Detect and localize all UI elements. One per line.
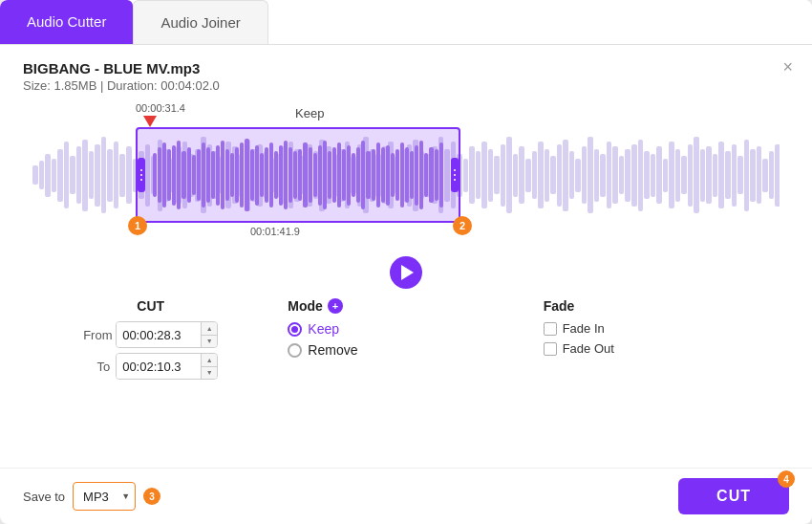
fade-in-row: Fade In bbox=[544, 321, 605, 336]
cut-button[interactable]: CUT bbox=[678, 478, 789, 514]
waveform-bg-bar bbox=[532, 151, 538, 199]
waveform-bg-bar bbox=[600, 154, 606, 197]
fade-title: Fade bbox=[544, 298, 575, 314]
mode-keep-label: Keep bbox=[308, 321, 339, 337]
waveform-sel-bar bbox=[158, 147, 161, 204]
tab-audio-cutter[interactable]: Audio Cutter bbox=[0, 0, 133, 44]
waveform-sel-bar bbox=[395, 149, 399, 202]
waveform-sel-bar bbox=[225, 149, 229, 202]
waveform-sel-bar bbox=[177, 141, 181, 208]
waveform-sel-bar bbox=[352, 153, 355, 197]
waveform-bg-bar bbox=[688, 144, 694, 207]
waveform-bg-bar bbox=[45, 154, 51, 197]
cut-from-up[interactable]: ▲ bbox=[202, 322, 217, 336]
play-btn-wrap bbox=[23, 256, 789, 289]
waveform-sel-bar bbox=[245, 139, 248, 211]
fade-in-checkbox[interactable] bbox=[544, 322, 557, 336]
waveform-bg-bar bbox=[625, 149, 630, 202]
waveform-bg-bar bbox=[95, 144, 100, 207]
mode-remove-radio[interactable] bbox=[288, 343, 302, 358]
bottom-bar: Save to MP3 WAV OGG AAC FLAC ▼ 3 4 CUT bbox=[0, 468, 812, 524]
waveform-sel-bar bbox=[192, 155, 196, 195]
time-marker-arrow bbox=[143, 116, 157, 127]
mode-keep-row[interactable]: Keep bbox=[288, 321, 339, 337]
mode-remove-row[interactable]: Remove bbox=[288, 342, 357, 358]
mode-plus-button[interactable]: + bbox=[328, 298, 343, 314]
cut-to-input-wrap[interactable]: ▲ ▼ bbox=[116, 353, 218, 380]
waveform-bg-bar bbox=[638, 140, 644, 211]
waveform-sel-bar bbox=[391, 153, 395, 197]
handle-dots-left bbox=[140, 169, 142, 181]
cut-from-down[interactable]: ▼ bbox=[202, 336, 217, 348]
format-select[interactable]: MP3 WAV OGG AAC FLAC bbox=[73, 482, 136, 511]
waveform-sel-bar bbox=[410, 151, 414, 199]
waveform-bg-bar bbox=[101, 137, 107, 213]
waveform-bg-bar bbox=[569, 151, 575, 199]
waveform-sel-bar bbox=[435, 149, 438, 202]
waveform-bg-bar bbox=[519, 146, 524, 204]
cut-to-up[interactable]: ▲ bbox=[202, 354, 217, 367]
tab-audio-joiner[interactable]: Audio Joiner bbox=[133, 0, 267, 44]
waveform-bg-bar bbox=[713, 154, 718, 197]
mode-keep-radio[interactable] bbox=[288, 322, 302, 337]
waveform-bg-bar bbox=[594, 149, 600, 202]
waveform-sel-bar bbox=[288, 147, 292, 204]
waveform-bg-bar bbox=[538, 142, 544, 208]
cut-from-spinners: ▲ ▼ bbox=[201, 322, 217, 347]
drag-handle-right[interactable] bbox=[451, 158, 459, 192]
waveform-sel-bar bbox=[269, 142, 273, 207]
waveform-bg-bar bbox=[501, 144, 506, 207]
cut-from-input[interactable] bbox=[117, 322, 201, 347]
waveform-sel-bar bbox=[202, 142, 205, 207]
waveform-bg-bar bbox=[725, 151, 731, 199]
waveform-bg-bar bbox=[681, 156, 687, 194]
drag-handle-left[interactable] bbox=[138, 158, 145, 192]
waveform-selected[interactable] bbox=[136, 127, 460, 223]
waveform-bg-bar bbox=[656, 146, 662, 204]
waveform-sel-bar bbox=[323, 141, 327, 208]
fade-out-checkbox[interactable] bbox=[544, 342, 557, 356]
save-to-label: Save to bbox=[23, 490, 65, 504]
fade-section: Fade Fade In Fade Out bbox=[524, 298, 780, 361]
fade-in-label: Fade In bbox=[563, 321, 605, 336]
waveform-bg-bar bbox=[481, 142, 487, 208]
waveform-sel-bar bbox=[366, 151, 370, 199]
waveform-bg-bar bbox=[700, 149, 706, 202]
close-button[interactable]: × bbox=[782, 58, 793, 76]
cut-from-row: From ▲ ▼ bbox=[83, 321, 218, 348]
waveform-bg-bar bbox=[762, 159, 768, 192]
cut-to-input[interactable] bbox=[117, 354, 201, 379]
waveform-bg-bar bbox=[744, 140, 750, 211]
waveform-sel-bar bbox=[429, 147, 433, 204]
waveform-sel-bar bbox=[415, 145, 418, 206]
waveform-area: 00:00:31.4 Keep bbox=[23, 102, 789, 251]
badge-3: 3 bbox=[143, 488, 160, 505]
waveform-bg-bar bbox=[463, 159, 469, 192]
waveform-bg-bar bbox=[750, 149, 756, 202]
waveform-sel-bar bbox=[235, 147, 239, 204]
waveform-sel-bar bbox=[265, 147, 268, 204]
waveform-bg-bar bbox=[651, 154, 656, 197]
waveform-sel-bar bbox=[405, 147, 409, 204]
waveform-bg-bar bbox=[488, 149, 494, 202]
waveform-sel-bar bbox=[381, 147, 385, 204]
waveform-bg-bar bbox=[619, 156, 625, 194]
cut-from-label: From bbox=[83, 328, 110, 342]
badge-2: 2 bbox=[453, 216, 472, 235]
tab-bar: Audio Cutter Audio Joiner bbox=[0, 0, 812, 45]
waveform-sel-bar bbox=[279, 145, 283, 206]
controls-row: CUT From ▲ ▼ To bbox=[23, 298, 789, 384]
waveform-sel-bar bbox=[197, 149, 201, 202]
waveform-sel-bar bbox=[216, 145, 220, 206]
waveform-bg-bar bbox=[513, 154, 519, 197]
waveform-sel-bar bbox=[250, 149, 254, 202]
waveform-sel-bar bbox=[439, 142, 443, 207]
badge-4: 4 bbox=[778, 470, 795, 488]
cut-from-input-wrap[interactable]: ▲ ▼ bbox=[116, 321, 218, 348]
cut-to-down[interactable]: ▼ bbox=[202, 367, 217, 380]
waveform-bg-bar bbox=[669, 142, 674, 208]
format-select-wrap[interactable]: MP3 WAV OGG AAC FLAC ▼ bbox=[73, 482, 136, 511]
play-button[interactable] bbox=[390, 256, 422, 289]
waveform-bg-bar bbox=[557, 144, 563, 207]
waveform-bg-bar bbox=[52, 159, 57, 192]
